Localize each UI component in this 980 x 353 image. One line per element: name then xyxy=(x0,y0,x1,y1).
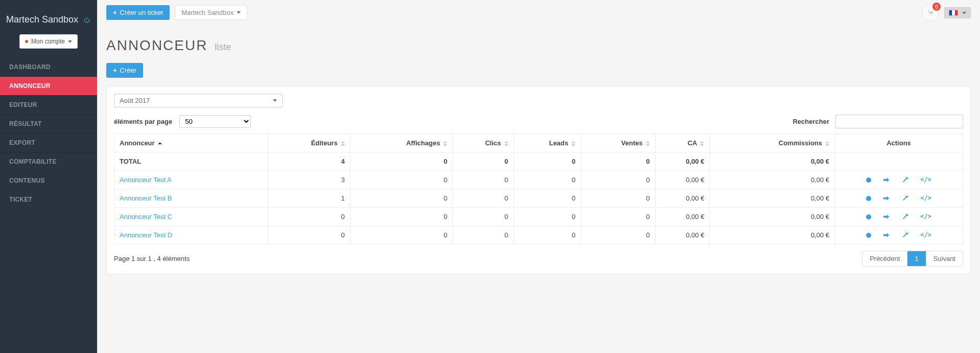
brand-name: Martech Sandbox xyxy=(6,14,78,25)
flag-fr-icon xyxy=(949,10,958,16)
status-action-icon[interactable] xyxy=(866,176,871,184)
share-action-icon[interactable] xyxy=(882,176,890,184)
nav: DASHBOARD ANNONCEUR EDITEUR RÉSULTAT EXP… xyxy=(0,58,97,209)
status-action-icon[interactable] xyxy=(866,213,871,220)
topbar: + Créer un ticket Martech Sandbox xyxy=(106,5,971,20)
total-leads: 0 xyxy=(514,152,581,171)
annonceur-link[interactable]: Annonceur Test C xyxy=(120,213,172,220)
sort-icon xyxy=(341,141,345,146)
code-action-icon[interactable]: </> xyxy=(920,231,931,239)
status-action-icon[interactable] xyxy=(866,231,871,239)
search-input[interactable] xyxy=(835,115,963,128)
create-ticket-button[interactable]: + Créer un ticket xyxy=(106,5,170,20)
wrench-action-icon[interactable] xyxy=(901,213,909,220)
per-page-select[interactable]: 50 xyxy=(179,115,251,128)
cell-editeurs: 1 xyxy=(268,189,351,208)
sort-icon xyxy=(504,141,508,146)
cell-leads: 0 xyxy=(514,189,581,208)
sort-icon xyxy=(646,141,650,146)
nav-comptabilite[interactable]: COMPTABILITE xyxy=(0,152,97,171)
total-editeurs: 4 xyxy=(268,152,351,171)
nav-dashboard[interactable]: DASHBOARD xyxy=(0,58,97,76)
account-button[interactable]: Mon compte xyxy=(19,34,78,49)
panel: Août 2017 éléments par page 50 Recherche… xyxy=(106,86,971,274)
wrench-action-icon[interactable] xyxy=(901,231,909,239)
total-row: TOTAL 4 0 0 0 0 0,00 € 0,00 € xyxy=(114,152,963,171)
nav-editeur[interactable]: EDITEUR xyxy=(0,95,97,114)
page-title: ANNONCEUR liste xyxy=(106,37,971,54)
cell-ventes: 0 xyxy=(581,189,656,208)
pagination-info: Page 1 sur 1 , 4 éléments xyxy=(114,255,190,262)
th-ca[interactable]: CA xyxy=(655,134,710,152)
notification-button[interactable]: 0 xyxy=(922,4,939,21)
nav-resultat[interactable]: RÉSULTAT xyxy=(0,114,97,133)
cell-leads: 0 xyxy=(514,171,581,189)
cell-ventes: 0 xyxy=(581,208,656,226)
cell-affichages: 0 xyxy=(350,208,453,226)
th-annonceur[interactable]: Annonceur xyxy=(114,134,268,152)
page-title-main: ANNONCEUR xyxy=(106,37,207,53)
account-label: Mon compte xyxy=(31,38,65,45)
total-ventes: 0 xyxy=(581,152,656,171)
cell-affichages: 0 xyxy=(350,226,453,245)
prev-button[interactable]: Précédent xyxy=(862,251,907,266)
cell-commissions: 0,00 € xyxy=(710,171,835,189)
code-action-icon[interactable]: </> xyxy=(920,176,931,184)
annonceur-link[interactable]: Annonceur Test B xyxy=(120,194,172,202)
share-action-icon[interactable] xyxy=(882,194,890,202)
create-label: Créer xyxy=(120,67,137,74)
cell-clics: 0 xyxy=(453,189,514,208)
svg-point-0 xyxy=(929,15,930,16)
nav-annonceur[interactable]: ANNONCEUR xyxy=(0,76,97,95)
share-action-icon[interactable] xyxy=(882,231,890,239)
th-ventes[interactable]: Ventes xyxy=(581,134,656,152)
cell-editeurs: 0 xyxy=(268,226,351,245)
nav-export[interactable]: EXPORT xyxy=(0,133,97,152)
share-action-icon[interactable] xyxy=(882,213,890,220)
th-editeurs[interactable]: Éditeurs xyxy=(268,134,351,152)
total-clics: 0 xyxy=(453,152,514,171)
annonceur-link[interactable]: Annonceur Test A xyxy=(120,176,172,184)
search-label: Rechercher xyxy=(792,118,829,125)
sort-icon xyxy=(825,141,829,146)
nav-contenus[interactable]: CONTENUS xyxy=(0,171,97,190)
cell-ca: 0,00 € xyxy=(655,208,710,226)
per-page-label: éléments par page xyxy=(114,118,172,125)
table-row: Annonceur Test A 3 0 0 0 0 0,00 € 0,00 €… xyxy=(114,171,963,189)
code-action-icon[interactable]: </> xyxy=(920,213,931,220)
status-action-icon[interactable] xyxy=(866,194,871,202)
cell-clics: 0 xyxy=(453,226,514,245)
plus-icon: + xyxy=(113,67,117,74)
sidebar: Martech Sandbox Mon compte DASHBOARD ANN… xyxy=(0,0,97,353)
th-leads[interactable]: Leads xyxy=(514,134,581,152)
th-commissions[interactable]: Commissions xyxy=(710,134,835,152)
wrench-action-icon[interactable] xyxy=(901,176,909,184)
th-actions: Actions xyxy=(835,134,963,152)
nav-ticket[interactable]: TICKET xyxy=(0,190,97,209)
page-title-sub: liste xyxy=(215,42,231,52)
sort-icon xyxy=(571,141,575,146)
cell-leads: 0 xyxy=(514,208,581,226)
create-ticket-label: Créer un ticket xyxy=(120,9,164,16)
cell-commissions: 0,00 € xyxy=(710,189,835,208)
org-dropdown[interactable]: Martech Sandbox xyxy=(175,5,247,20)
code-action-icon[interactable]: </> xyxy=(920,194,931,202)
total-label: TOTAL xyxy=(114,152,268,171)
create-button[interactable]: + Créer xyxy=(106,63,143,78)
th-clics[interactable]: Clics xyxy=(453,134,514,152)
total-commissions: 0,00 € xyxy=(710,152,835,171)
next-button[interactable]: Suivant xyxy=(926,251,963,266)
date-filter[interactable]: Août 2017 xyxy=(114,94,283,107)
chevron-down-icon xyxy=(273,99,277,102)
cell-commissions: 0,00 € xyxy=(710,208,835,226)
wrench-action-icon[interactable] xyxy=(901,194,909,202)
annonceur-link[interactable]: Annonceur Test D xyxy=(120,231,172,239)
power-icon[interactable] xyxy=(83,16,91,24)
language-dropdown[interactable] xyxy=(944,7,971,18)
cell-ventes: 0 xyxy=(581,226,656,245)
cell-editeurs: 3 xyxy=(268,171,351,189)
page-1-button[interactable]: 1 xyxy=(907,251,925,266)
cell-ca: 0,00 € xyxy=(655,171,710,189)
th-affichages[interactable]: Affichages xyxy=(350,134,453,152)
topbar-right: 0 xyxy=(922,4,971,21)
